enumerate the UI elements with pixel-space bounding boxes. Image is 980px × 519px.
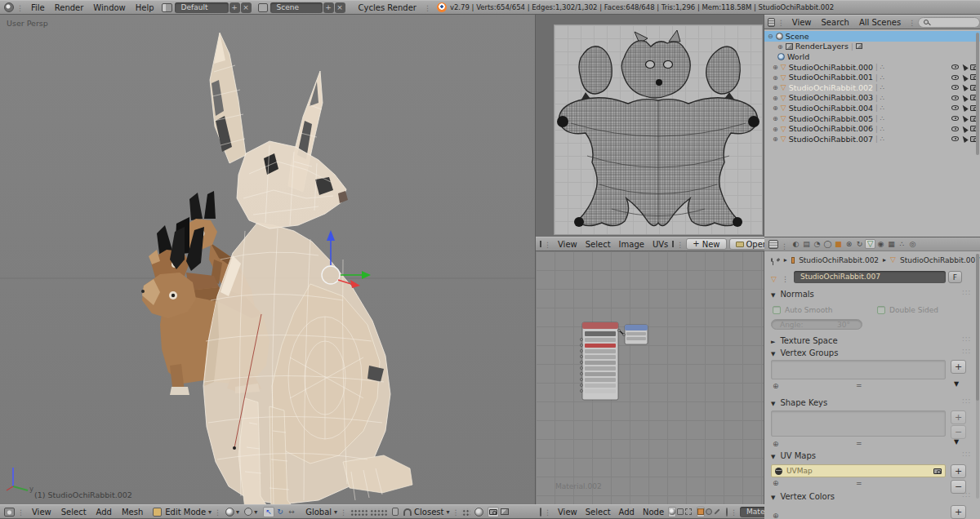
panel-grip[interactable] bbox=[962, 336, 971, 343]
outliner-row-object[interactable]: StudioOchiRabbit.007 bbox=[764, 134, 980, 144]
expand-icon[interactable] bbox=[777, 42, 783, 51]
uv-map-row-active[interactable]: UVMap bbox=[771, 464, 946, 477]
layers-widget-right[interactable] bbox=[369, 508, 387, 516]
visibility-eye-icon[interactable] bbox=[951, 126, 959, 131]
vg-specials-plus-icon[interactable]: ⊕ bbox=[773, 382, 779, 390]
material-brush-icon[interactable] bbox=[713, 507, 721, 517]
mode-selector[interactable]: Edit Mode bbox=[162, 508, 208, 517]
expand-icon[interactable] bbox=[773, 94, 778, 102]
proportional-edit-icon[interactable] bbox=[474, 508, 483, 517]
add-uv-map-button[interactable]: + bbox=[951, 464, 966, 478]
expand-icon[interactable] bbox=[773, 135, 778, 143]
tab-scene-icon[interactable]: ◔ bbox=[812, 239, 822, 249]
outliner-row-object[interactable]: StudioOchiRabbit.006 bbox=[764, 123, 980, 134]
expand-icon[interactable] bbox=[773, 83, 778, 91]
uv-image-editor[interactable] bbox=[536, 15, 764, 237]
editor-type-3dview-icon[interactable] bbox=[4, 508, 15, 517]
material-sphere-icon[interactable] bbox=[705, 507, 713, 517]
shader-object-icon[interactable] bbox=[668, 507, 676, 517]
outliner-row-object[interactable]: StudioOchiRabbit.005 bbox=[764, 113, 980, 124]
delete-layout-button[interactable] bbox=[241, 2, 252, 13]
opengl-render-icon[interactable] bbox=[488, 507, 499, 517]
shader-line-icon[interactable] bbox=[684, 507, 693, 517]
node-editor[interactable]: Material.002 bbox=[536, 251, 764, 504]
add-scene-button[interactable] bbox=[323, 2, 334, 13]
expand-icon[interactable] bbox=[773, 114, 778, 122]
auto-smooth-checkbox[interactable]: Auto Smooth bbox=[773, 306, 832, 314]
panel-uv-maps[interactable]: UV Maps bbox=[771, 451, 816, 460]
manipulator-scale-icon[interactable]: ↔ bbox=[286, 507, 297, 517]
panel-grip[interactable] bbox=[962, 398, 971, 405]
outliner-scrollbar[interactable] bbox=[976, 33, 979, 155]
tab-particles-icon[interactable]: ∴ bbox=[897, 239, 907, 249]
selectability-cursor-icon[interactable] bbox=[960, 135, 969, 143]
visibility-eye-icon[interactable] bbox=[951, 116, 959, 121]
display-filter-selector[interactable]: All Scenes bbox=[854, 18, 906, 27]
add-menu-3d[interactable]: Add bbox=[91, 508, 117, 517]
panel-shape-keys[interactable]: Shape Keys bbox=[771, 398, 827, 407]
expand-icon[interactable] bbox=[773, 63, 778, 71]
pivot-dropdown-icon[interactable] bbox=[254, 508, 257, 516]
snap-magnet-icon[interactable] bbox=[403, 508, 412, 516]
menu-render[interactable]: Render bbox=[50, 3, 89, 12]
select-menu-node[interactable]: Select bbox=[581, 508, 615, 517]
menu-file[interactable]: File bbox=[26, 3, 50, 12]
properties-scrollbar-handle[interactable] bbox=[976, 254, 979, 401]
expand-icon[interactable] bbox=[773, 125, 778, 133]
outliner-row-object[interactable]: StudioOchiRabbit.000 bbox=[764, 62, 980, 73]
uv-image-area[interactable] bbox=[554, 24, 763, 235]
selectability-cursor-icon[interactable] bbox=[960, 125, 969, 133]
tab-constraints-icon[interactable]: ⊗ bbox=[844, 239, 854, 249]
mesh-menu-3d[interactable]: Mesh bbox=[117, 508, 148, 517]
select-menu-uv[interactable]: Select bbox=[581, 240, 615, 249]
3d-viewport[interactable]: User Persp bbox=[0, 15, 536, 504]
expand-icon[interactable] bbox=[773, 104, 778, 112]
add-vertex-group-button[interactable]: + bbox=[951, 360, 966, 374]
expand-icon[interactable] bbox=[773, 73, 778, 82]
menu-help[interactable]: Help bbox=[131, 3, 159, 12]
add-vertex-color-button[interactable]: + bbox=[951, 505, 966, 519]
selectability-cursor-icon[interactable] bbox=[960, 83, 969, 91]
sk-specials-plus-icon[interactable]: ⊕ bbox=[773, 440, 779, 448]
view-menu-3d[interactable]: View bbox=[27, 508, 56, 517]
tab-object-icon[interactable]: ■ bbox=[833, 239, 844, 249]
outliner-row-scene[interactable]: Scene bbox=[764, 31, 980, 42]
properties-scrollbar-track[interactable] bbox=[976, 254, 979, 499]
add-menu-node[interactable]: Add bbox=[615, 508, 639, 517]
breadcrumb-data[interactable]: StudioOchiRabbit.007 bbox=[900, 256, 980, 264]
mesh-name-field[interactable]: StudioOchiRabbit.007 bbox=[794, 271, 946, 283]
render-engine-selector[interactable]: Cycles Render bbox=[354, 3, 421, 12]
expand-icon[interactable] bbox=[768, 32, 773, 40]
visibility-eye-icon[interactable] bbox=[951, 64, 959, 69]
panel-texture-space[interactable]: Texture Space bbox=[771, 336, 838, 345]
select-menu-3d[interactable]: Select bbox=[56, 508, 91, 517]
node-menu-node[interactable]: Node bbox=[639, 508, 668, 517]
selectability-cursor-icon[interactable] bbox=[960, 63, 969, 71]
material-cube-icon[interactable] bbox=[697, 507, 705, 517]
tab-physics-icon[interactable]: ◎ bbox=[907, 239, 918, 249]
outliner[interactable]: View Search All Scenes Scene RenderLayer… bbox=[764, 15, 980, 237]
shader-world-icon[interactable] bbox=[676, 507, 684, 517]
scene-selector[interactable]: Scene bbox=[270, 2, 323, 13]
visibility-eye-icon[interactable] bbox=[951, 75, 959, 80]
add-shape-key-button[interactable]: + bbox=[951, 410, 966, 424]
view-menu-uv[interactable]: View bbox=[554, 240, 581, 249]
tab-render-icon[interactable]: ◐ bbox=[791, 239, 801, 249]
selectability-cursor-icon[interactable] bbox=[960, 104, 969, 112]
editor-type-info-icon[interactable] bbox=[4, 2, 14, 12]
delete-scene-button[interactable] bbox=[335, 2, 345, 13]
manipulator-rotate-icon[interactable]: ↻ bbox=[274, 507, 286, 517]
view-menu-outliner[interactable]: View bbox=[787, 18, 817, 27]
selectability-cursor-icon[interactable] bbox=[960, 114, 969, 122]
pin-icon[interactable] bbox=[771, 258, 773, 262]
scene-icon[interactable] bbox=[258, 3, 268, 12]
panel-grip[interactable] bbox=[962, 290, 971, 296]
visibility-eye-icon[interactable] bbox=[951, 85, 959, 90]
panel-grip[interactable] bbox=[962, 451, 971, 458]
sk-menu-icon[interactable]: = bbox=[856, 439, 862, 447]
shading-dropdown-icon[interactable] bbox=[236, 508, 239, 516]
image-menu-uv[interactable]: Image bbox=[615, 240, 648, 249]
tab-modifiers-icon[interactable]: ↻ bbox=[854, 239, 865, 249]
visibility-eye-icon[interactable] bbox=[951, 136, 959, 141]
tab-material-icon[interactable]: ◉ bbox=[875, 239, 886, 249]
